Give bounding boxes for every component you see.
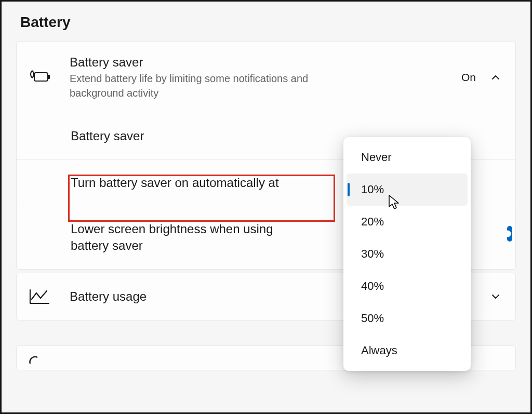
auto-turn-on-label: Turn battery saver on automatically at: [71, 175, 310, 191]
brightness-toggle-peek[interactable]: [507, 226, 512, 242]
threshold-option[interactable]: 50%: [347, 302, 468, 335]
battery-saver-text: Battery saver Extend battery life by lim…: [70, 54, 461, 100]
battery-saver-header[interactable]: Battery saver Extend battery life by lim…: [17, 42, 515, 113]
lower-brightness-label: Lower screen brightness when using batte…: [71, 221, 310, 255]
generic-icon: [29, 355, 54, 365]
svg-rect-1: [48, 75, 50, 79]
battery-saver-status: On: [461, 71, 476, 84]
threshold-option[interactable]: 20%: [347, 206, 468, 238]
threshold-option[interactable]: Always: [347, 335, 468, 367]
battery-saver-icon: [29, 70, 54, 85]
chevron-up-icon: [490, 72, 501, 83]
threshold-option[interactable]: 10%: [347, 173, 468, 206]
threshold-option[interactable]: Never: [347, 141, 468, 173]
chart-line-icon: [29, 288, 54, 305]
threshold-option[interactable]: 40%: [347, 270, 468, 302]
threshold-dropdown-menu[interactable]: Never10%20%30%40%50%Always: [343, 137, 471, 371]
battery-saver-description: Extend battery life by limiting some not…: [70, 71, 361, 100]
threshold-option[interactable]: 30%: [347, 238, 468, 270]
section-title: Battery: [20, 14, 516, 31]
svg-rect-0: [34, 73, 48, 81]
battery-saver-toggle-label: Battery saver: [71, 128, 310, 144]
battery-saver-title: Battery saver: [70, 54, 461, 70]
chevron-down-icon: [490, 291, 501, 302]
